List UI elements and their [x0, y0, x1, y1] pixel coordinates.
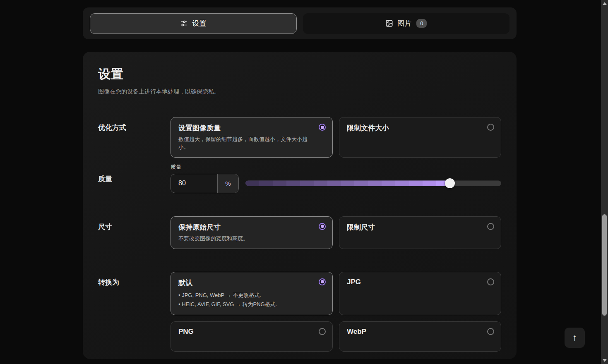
quality-input[interactable] — [171, 174, 217, 193]
option-title: PNG — [178, 328, 313, 336]
option-title: 默认 — [178, 278, 313, 287]
settings-panel: 设置 图像在您的设备上进行本地处理，以确保隐私。 优化方式 设置图像质量 数值越… — [83, 52, 517, 359]
quality-slider-thumb[interactable] — [445, 178, 455, 188]
image-icon — [385, 19, 393, 27]
radio-unchecked-icon[interactable] — [319, 328, 326, 335]
radio-checked-icon[interactable] — [319, 223, 326, 230]
vertical-scrollbar[interactable] — [601, 0, 608, 364]
quality-unit-suffix: % — [217, 174, 238, 193]
tab-images[interactable]: 图片 0 — [303, 13, 510, 34]
option-card-limit-file-size[interactable]: 限制文件大小 — [339, 117, 501, 158]
option-title: WebP — [347, 328, 482, 336]
option-bullet: • JPG, PNG, WebP → 不更改格式. — [178, 291, 313, 300]
quality-input-group: % — [171, 174, 239, 193]
quality-slider-track[interactable] — [245, 181, 501, 186]
scrollbar-up-arrow-icon[interactable] — [601, 0, 608, 7]
tab-images-label: 图片 — [397, 19, 411, 28]
option-title: 设置图像质量 — [178, 123, 313, 133]
arrow-up-icon: ↑ — [572, 332, 577, 343]
row-quality: 质量 质量 % — [98, 163, 501, 193]
scrollbar-down-arrow-icon[interactable] — [601, 357, 608, 364]
option-card-default-format[interactable]: 默认 • JPG, PNG, WebP → 不更改格式. • HEIC, AVI… — [171, 272, 333, 315]
option-card-png[interactable]: PNG — [171, 321, 333, 352]
option-card-set-image-quality[interactable]: 设置图像质量 数值越大，保留的细节越多，而数值越小，文件大小越小。 — [171, 117, 333, 158]
quality-slider[interactable] — [245, 174, 501, 193]
radio-unchecked-icon[interactable] — [487, 124, 494, 131]
option-description: 数值越大，保留的细节越多，而数值越小，文件大小越小。 — [178, 136, 313, 151]
row-size-label: 尺寸 — [98, 216, 171, 249]
option-title: 限制尺寸 — [347, 223, 482, 232]
row-size: 尺寸 保持原始尺寸 不要改变图像的宽度和高度。 限制尺寸 — [98, 216, 501, 249]
tab-bar: 设置 图片 0 — [83, 7, 517, 39]
option-title: 限制文件大小 — [347, 123, 482, 133]
option-card-webp[interactable]: WebP — [339, 321, 501, 352]
row-quality-label: 质量 — [98, 163, 171, 193]
row-optimization-label: 优化方式 — [98, 117, 171, 158]
option-title: JPG — [347, 278, 482, 286]
images-count-badge: 0 — [416, 19, 427, 28]
row-convert: 转换为 默认 • JPG, PNG, WebP → 不更改格式. • HEIC,… — [98, 272, 501, 352]
option-card-limit-size[interactable]: 限制尺寸 — [339, 216, 501, 249]
option-bullets: • JPG, PNG, WebP → 不更改格式. • HEIC, AVIF, … — [178, 291, 313, 309]
scrollbar-thumb[interactable] — [602, 214, 607, 316]
quality-slider-fill — [245, 181, 450, 186]
row-convert-label: 转换为 — [98, 272, 171, 352]
quality-input-label: 质量 — [171, 163, 501, 171]
option-title: 保持原始尺寸 — [178, 223, 313, 232]
radio-unchecked-icon[interactable] — [487, 328, 494, 335]
option-bullet: • HEIC, AVIF, GIF, SVG → 转为PNG格式. — [178, 300, 313, 309]
tab-settings[interactable]: 设置 — [90, 13, 297, 34]
sliders-icon — [180, 19, 188, 27]
radio-checked-icon[interactable] — [319, 124, 326, 131]
page-subtitle: 图像在您的设备上进行本地处理，以确保隐私。 — [98, 88, 501, 96]
option-card-keep-original-size[interactable]: 保持原始尺寸 不要改变图像的宽度和高度。 — [171, 216, 333, 249]
radio-unchecked-icon[interactable] — [487, 278, 494, 285]
page-title: 设置 — [98, 66, 501, 83]
option-card-jpg[interactable]: JPG — [339, 272, 501, 315]
tab-settings-label: 设置 — [192, 19, 206, 28]
option-description: 不要改变图像的宽度和高度。 — [178, 235, 313, 243]
radio-unchecked-icon[interactable] — [487, 223, 494, 230]
row-optimization: 优化方式 设置图像质量 数值越大，保留的细节越多，而数值越小，文件大小越小。 限… — [98, 117, 501, 158]
scroll-to-top-button[interactable]: ↑ — [565, 328, 585, 348]
content-column: 设置 图片 0 设置 图像在您的设备上进行本地处理，以确保隐私。 优化方式 设置… — [83, 0, 517, 359]
radio-checked-icon[interactable] — [319, 278, 326, 285]
